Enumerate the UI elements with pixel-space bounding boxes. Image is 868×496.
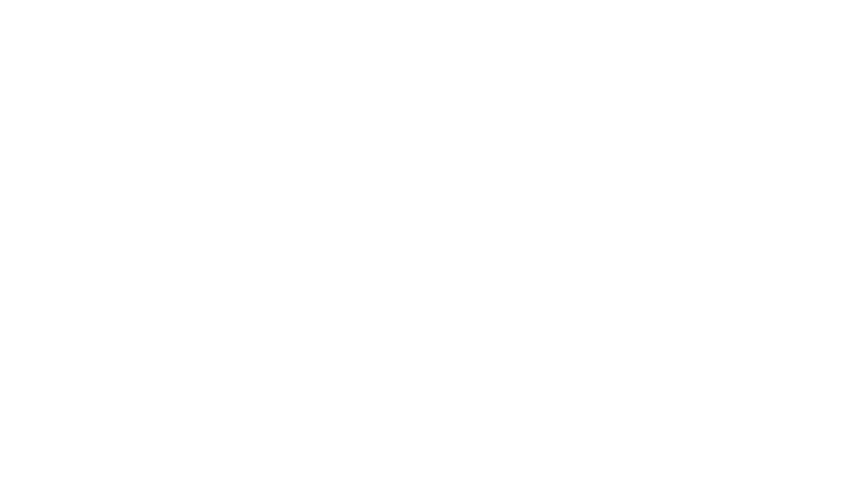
facet-scatter-chart <box>0 0 868 496</box>
